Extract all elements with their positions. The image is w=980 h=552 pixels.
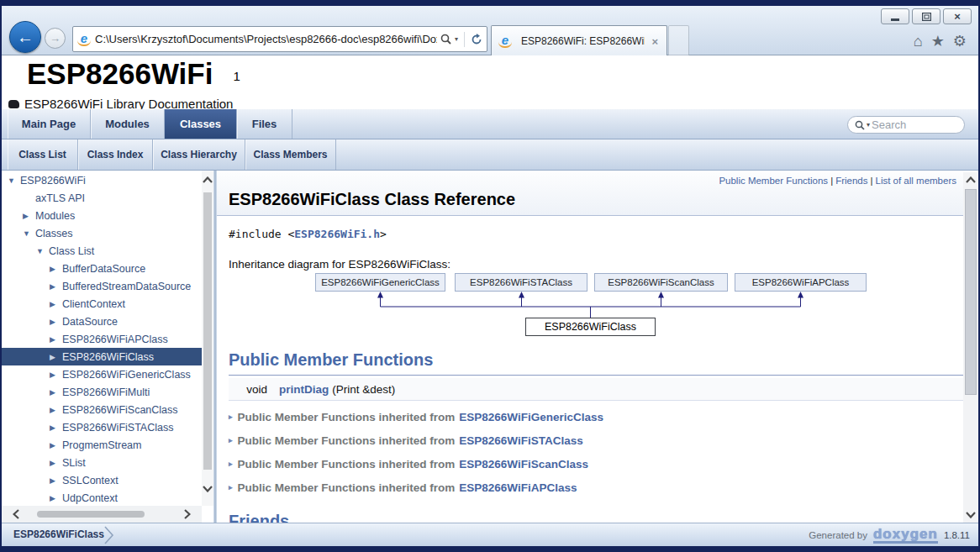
diagram-node-apclass[interactable]: ESP8266WiFiAPClass <box>735 273 867 292</box>
sidebar-horizontal-scrollbar[interactable] <box>2 506 202 523</box>
tree-collapsed-icon[interactable]: ▶ <box>50 423 62 432</box>
tree-collapsed-icon[interactable]: ▶ <box>50 282 62 291</box>
close-button[interactable]: × <box>943 8 972 24</box>
tree-expanded-icon[interactable]: ▼ <box>36 247 49 255</box>
maximize-button[interactable] <box>912 8 940 24</box>
tree-collapsed-icon[interactable]: ▶ <box>50 494 62 502</box>
tree-collapsed-icon[interactable]: ▶ <box>50 388 62 397</box>
browser-tab[interactable]: e ESP8266WiFi: ESP8266WiFi... × <box>491 25 667 56</box>
tree-collapsed-icon[interactable]: ▶ <box>50 441 62 449</box>
sidebar-item-esp8266wifistaclass[interactable]: ▶ESP8266WiFiSTAClass <box>2 418 202 436</box>
inherited-class-link[interactable]: ESP8266WiFiAPClass <box>459 481 577 494</box>
sidebar-item-label: ESP8266WiFiScanClass <box>62 404 178 416</box>
tab-main-page[interactable]: Main Page <box>8 109 91 139</box>
back-button[interactable]: ← <box>9 21 41 53</box>
doc-search-box[interactable]: ▾ <box>847 116 965 134</box>
inherited-class-link[interactable]: ESP8266WiFiSTAClass <box>459 434 582 447</box>
scrollbar-thumb[interactable] <box>37 511 145 518</box>
scroll-down-button[interactable] <box>202 481 213 497</box>
diagram-node-scanclass[interactable]: ESP8266WiFiScanClass <box>594 273 728 292</box>
tab-class-members[interactable]: Class Members <box>245 139 336 170</box>
tab-class-hierarchy[interactable]: Class Hierarchy <box>153 139 245 170</box>
sidebar-item-esp8266wifimulti[interactable]: ▶ESP8266WiFiMulti <box>2 383 202 401</box>
sidebar-item-axtls-api[interactable]: axTLS API <box>2 189 202 207</box>
tree-collapsed-icon[interactable]: ▶ <box>50 265 62 273</box>
sidebar-item-esp8266wificlass[interactable]: ▶ESP8266WiFiClass <box>2 348 202 365</box>
breadcrumb[interactable]: ESP8266WiFiClass <box>13 523 104 546</box>
summary-link-all-members[interactable]: List of all members <box>875 176 956 186</box>
tab-class-index[interactable]: Class Index <box>78 139 153 170</box>
tools-gear-icon[interactable]: ⚙ <box>953 32 967 50</box>
summary-link-friends[interactable]: Friends <box>835 176 867 186</box>
refresh-icon[interactable] <box>471 34 482 45</box>
favorites-star-icon[interactable]: ★ <box>931 32 945 50</box>
scroll-up-button[interactable] <box>202 172 213 187</box>
sidebar-item-esp8266wifiscanclass[interactable]: ▶ESP8266WiFiScanClass <box>2 401 202 418</box>
address-bar[interactable]: e ▾ <box>72 26 487 52</box>
tab-classes[interactable]: Classes <box>165 109 237 139</box>
sidebar-item-esp8266wifiapclass[interactable]: ▶ESP8266WiFiAPClass <box>2 330 202 348</box>
scroll-left-button[interactable] <box>7 506 25 523</box>
sidebar-item-datasource[interactable]: ▶DataSource <box>2 313 202 330</box>
inherited-section-scanclass[interactable]: ▸ Public Member Functions inherited from… <box>229 455 588 473</box>
tree-collapsed-icon[interactable]: ▶ <box>50 459 62 467</box>
summary-link-public-member-functions[interactable]: Public Member Functions <box>719 176 828 186</box>
chevron-down-icon[interactable]: ▾ <box>867 121 870 129</box>
diagram-node-genericclass[interactable]: ESP8266WiFiGenericClass <box>315 273 445 292</box>
tab-modules[interactable]: Modules <box>91 109 165 139</box>
doxygen-logo[interactable]: doxygen <box>873 528 938 544</box>
tree-collapsed-icon[interactable]: ▶ <box>50 476 62 485</box>
new-tab-button[interactable] <box>668 25 689 56</box>
scrollbar-thumb[interactable] <box>203 192 212 470</box>
scroll-up-button[interactable] <box>963 172 978 187</box>
sidebar-item-progmemstream[interactable]: ▶ProgmemStream <box>2 436 202 454</box>
footer-bar: ESP8266WiFiClass Generated by doxygen 1.… <box>2 523 978 546</box>
tree-collapsed-icon[interactable]: ▶ <box>50 371 62 379</box>
tab-class-list[interactable]: Class List <box>8 139 78 170</box>
sidebar-vertical-scrollbar[interactable] <box>202 171 213 506</box>
tree-collapsed-icon[interactable]: ▶ <box>50 406 62 414</box>
scroll-down-button[interactable] <box>963 507 978 523</box>
sidebar-item-classes[interactable]: ▼Classes <box>2 224 202 242</box>
tree-collapsed-icon[interactable]: ▶ <box>50 335 62 344</box>
inherited-section-staclass[interactable]: ▸ Public Member Functions inherited from… <box>229 431 583 449</box>
sidebar-item-slist[interactable]: ▶SList <box>2 454 202 471</box>
divider <box>464 32 465 47</box>
sidebar-item-udpcontext[interactable]: ▶UdpContext <box>2 489 202 507</box>
inherited-section-apclass[interactable]: ▸ Public Member Functions inherited from… <box>229 478 577 497</box>
forward-button[interactable]: → <box>45 28 66 49</box>
sidebar-item-esp8266wifigenericclass[interactable]: ▶ESP8266WiFiGenericClass <box>2 365 202 383</box>
tree-expanded-icon[interactable]: ▼ <box>23 229 35 238</box>
search-input[interactable] <box>872 118 957 131</box>
sidebar-item-bufferdatasource[interactable]: ▶BufferDataSource <box>2 260 202 277</box>
tab-files[interactable]: Files <box>237 109 292 139</box>
sidebar-item-clientcontext[interactable]: ▶ClientContext <box>2 295 202 313</box>
home-icon[interactable]: ⌂ <box>914 32 923 50</box>
inherited-class-link[interactable]: ESP8266WiFiScanClass <box>459 458 588 471</box>
member-name-link[interactable]: printDiag <box>279 383 329 396</box>
sidebar-item-esp8266wifi[interactable]: ▼ESP8266WiFi <box>2 171 202 189</box>
diagram-node-staclass[interactable]: ESP8266WiFiSTAClass <box>455 273 587 292</box>
tree-collapsed-icon[interactable]: ▶ <box>50 300 62 308</box>
sidebar-item-modules[interactable]: ▶Modules <box>2 207 202 224</box>
tree-expanded-icon[interactable]: ▼ <box>8 176 20 185</box>
chevron-down-icon[interactable]: ▾ <box>455 35 458 43</box>
sidebar-item-sslcontext[interactable]: ▶SSLContext <box>2 471 202 489</box>
tree-collapsed-icon[interactable]: ▶ <box>50 318 62 326</box>
sidebar-item-class-list[interactable]: ▼Class List <box>2 242 202 260</box>
minimize-button[interactable] <box>881 8 909 24</box>
tab-close-icon[interactable]: × <box>650 35 660 48</box>
main-vertical-scrollbar[interactable] <box>963 172 978 523</box>
tree-collapsed-icon[interactable]: ▶ <box>23 212 35 220</box>
tree-collapsed-icon[interactable]: ▶ <box>50 353 62 361</box>
search-icon[interactable] <box>440 34 451 45</box>
scroll-right-button[interactable] <box>178 506 197 523</box>
include-file-link[interactable]: ESP8266WiFi.h <box>294 228 380 240</box>
inherited-class-link[interactable]: ESP8266WiFiGenericClass <box>459 411 603 423</box>
address-input[interactable] <box>95 33 437 45</box>
sidebar-item-bufferedstreamdatasource[interactable]: ▶BufferedStreamDataSource <box>2 277 202 295</box>
scrollbar-thumb[interactable] <box>965 189 977 395</box>
content-area: ▼ESP8266WiFi axTLS API ▶Modules ▼Classes… <box>2 171 978 523</box>
inherited-section-genericclass[interactable]: ▸ Public Member Functions inherited from… <box>229 407 603 426</box>
sidebar-item-label: ESP8266WiFiSTAClass <box>62 422 173 434</box>
